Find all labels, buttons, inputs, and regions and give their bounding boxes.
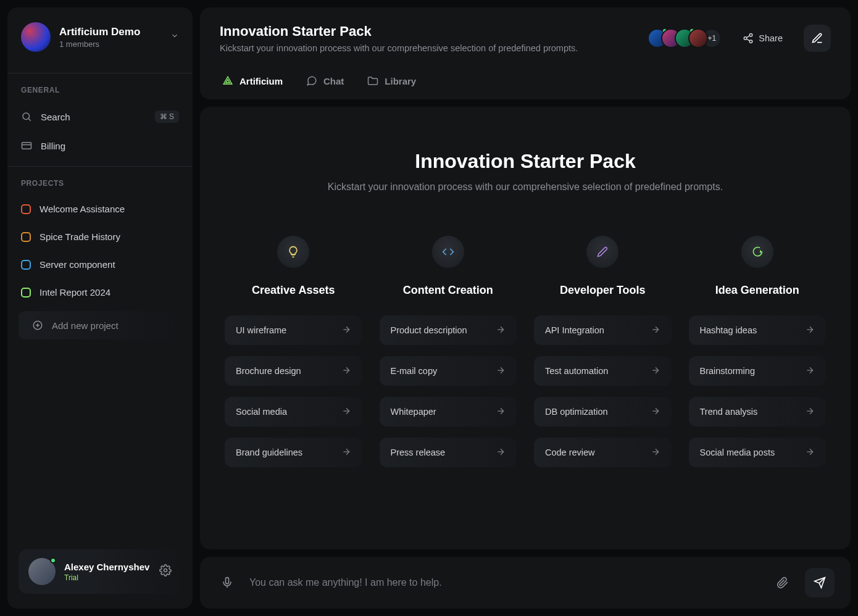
section-general: GENERAL xyxy=(7,76,193,102)
svg-line-10 xyxy=(747,39,750,41)
tab-chat[interactable]: Chat xyxy=(304,64,346,99)
add-project-label: Add new project xyxy=(52,320,119,331)
arrow-right-icon xyxy=(496,447,506,459)
nav-billing[interactable]: Billing xyxy=(7,131,193,160)
column-icon xyxy=(432,236,464,268)
prompt-pill[interactable]: Code review xyxy=(534,438,672,467)
prompt-label: Hashtag ideas xyxy=(700,325,757,335)
arrow-right-icon xyxy=(341,365,351,377)
prompt-column: Developer ToolsAPI IntegrationTest autom… xyxy=(534,236,672,467)
prompt-pill[interactable]: E-mail copy xyxy=(380,356,517,386)
code-icon xyxy=(442,246,454,258)
user-avatar xyxy=(28,558,56,585)
tab-artificium[interactable]: Artificium xyxy=(220,64,285,99)
add-project-button[interactable]: Add new project xyxy=(19,311,181,339)
arrow-right-icon xyxy=(341,406,351,418)
workspace-members: 1 members xyxy=(59,40,162,49)
sidebar: Artificium Demo 1 members GENERAL Search… xyxy=(7,7,193,609)
page-subtitle: Kickstart your innovation process with o… xyxy=(220,43,635,53)
column-title: Creative Assets xyxy=(252,284,335,297)
prompt-pill[interactable]: Brainstorming xyxy=(689,356,827,386)
tab-underline xyxy=(220,98,285,99)
project-color-icon xyxy=(21,232,31,242)
prompt-label: Social media posts xyxy=(700,447,775,457)
prompt-pill[interactable]: Whitepaper xyxy=(380,397,517,427)
arrow-right-icon xyxy=(651,365,660,377)
column-icon xyxy=(741,236,773,268)
tabs: ArtificiumChatLibrary xyxy=(200,64,851,99)
sidebar-project-item[interactable]: Server component xyxy=(7,251,193,278)
svg-rect-28 xyxy=(226,578,229,584)
attach-button[interactable] xyxy=(772,572,794,594)
send-button[interactable] xyxy=(805,568,835,597)
prompt-pill[interactable]: Brochure design xyxy=(225,356,362,386)
arrow-right-icon xyxy=(805,406,815,418)
prompt-pill[interactable]: Social media posts xyxy=(689,438,827,467)
prompt-label: Whitepaper xyxy=(391,407,436,417)
svg-line-11 xyxy=(747,36,750,38)
project-label: Spice Trade History xyxy=(40,231,120,242)
arrow-right-icon xyxy=(341,325,351,336)
nav-billing-label: Billing xyxy=(41,141,65,151)
column-title: Content Creation xyxy=(403,284,493,297)
prompt-label: Test automation xyxy=(545,366,608,376)
pencil-icon xyxy=(597,246,608,257)
settings-button[interactable] xyxy=(159,564,172,579)
project-color-icon xyxy=(21,260,31,270)
nav-search[interactable]: Search ⌘ S xyxy=(7,102,193,131)
workspace-selector[interactable]: Artificium Demo 1 members xyxy=(7,22,193,67)
prompt-label: Code review xyxy=(545,447,595,457)
chat-bubble-icon xyxy=(751,246,764,258)
arrow-right-icon xyxy=(805,447,815,459)
tab-library[interactable]: Library xyxy=(365,64,419,99)
chevron-down-icon xyxy=(170,31,179,43)
mic-button[interactable] xyxy=(216,572,238,594)
artificium-icon xyxy=(222,75,233,86)
sidebar-project-item[interactable]: Intel Report 2024 xyxy=(7,278,193,306)
prompt-label: API Integration xyxy=(545,325,604,335)
chatbar xyxy=(200,557,851,609)
workspace-name: Artificium Demo xyxy=(59,26,162,38)
projects-list: Welcome Assistance Spice Trade History S… xyxy=(7,195,193,306)
folder-icon xyxy=(367,75,378,86)
plus-circle-icon xyxy=(32,320,43,331)
prompt-label: Brainstorming xyxy=(700,366,755,376)
sidebar-project-item[interactable]: Spice Trade History xyxy=(7,223,193,251)
prompt-column: Creative AssetsUI wireframeBrochure desi… xyxy=(225,236,362,467)
project-label: Intel Report 2024 xyxy=(40,287,110,298)
search-shortcut: ⌘ S xyxy=(155,110,179,123)
arrow-right-icon xyxy=(651,325,660,336)
chat-input[interactable] xyxy=(249,577,760,588)
arrow-right-icon xyxy=(496,325,506,336)
tab-label: Library xyxy=(385,76,416,86)
tab-label: Artificium xyxy=(239,76,283,86)
prompt-pill[interactable]: Test automation xyxy=(534,356,672,386)
svg-point-9 xyxy=(750,40,753,43)
avatar-stack[interactable]: +1 xyxy=(648,28,722,48)
billing-icon xyxy=(21,140,32,151)
prompt-pill[interactable]: API Integration xyxy=(534,315,672,345)
prompt-pill[interactable]: Brand guidelines xyxy=(225,438,362,467)
prompt-pill[interactable]: Product description xyxy=(380,315,517,345)
nav-search-label: Search xyxy=(41,112,70,122)
prompt-pill[interactable]: Press release xyxy=(380,438,517,467)
prompt-pill[interactable]: Hashtag ideas xyxy=(689,315,827,345)
mic-icon xyxy=(221,576,233,589)
prompt-label: Brochure design xyxy=(236,366,301,376)
arrow-right-icon xyxy=(805,365,815,377)
arrow-right-icon xyxy=(805,325,815,336)
prompt-pill[interactable]: Social media xyxy=(225,397,362,427)
prompt-pill[interactable]: Trend analysis xyxy=(689,397,827,427)
share-button[interactable]: Share xyxy=(734,27,791,50)
column-title: Idea Generation xyxy=(715,284,799,297)
svg-point-0 xyxy=(23,113,30,120)
prompt-label: UI wireframe xyxy=(236,325,286,335)
arrow-right-icon xyxy=(496,406,506,418)
prompt-pill[interactable]: DB optimization xyxy=(534,397,672,427)
prompt-pill[interactable]: UI wireframe xyxy=(225,315,362,345)
edit-button[interactable] xyxy=(804,25,831,52)
prompt-label: Social media xyxy=(236,407,287,417)
share-label: Share xyxy=(759,33,783,43)
paperclip-icon xyxy=(777,576,789,589)
sidebar-project-item[interactable]: Welcome Assistance xyxy=(7,195,193,223)
